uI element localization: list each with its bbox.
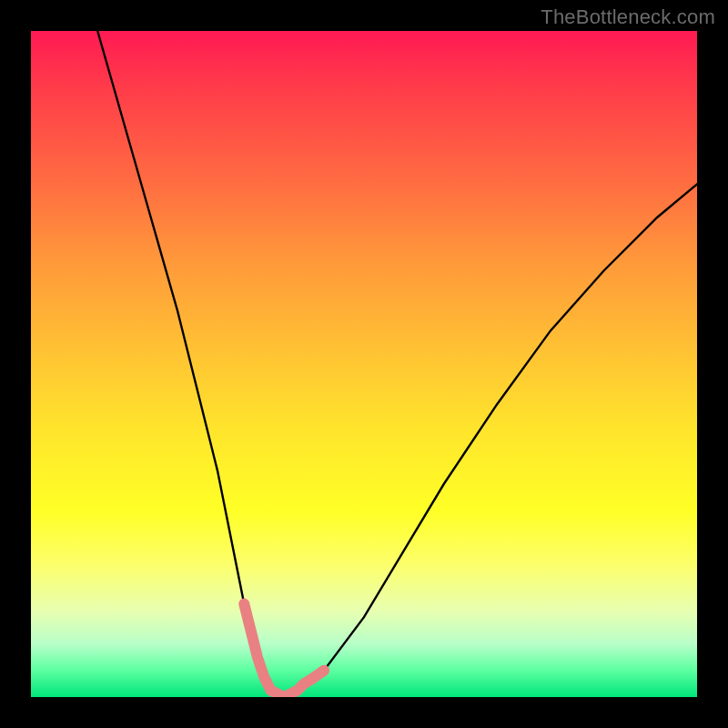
bottleneck-curve xyxy=(97,31,697,697)
plot-area xyxy=(31,31,697,697)
highlight-floor-right xyxy=(271,671,325,697)
chart-frame: TheBottleneck.com xyxy=(0,0,728,728)
curve-layer xyxy=(31,31,697,697)
highlight-left-knee xyxy=(244,604,270,691)
watermark-text: TheBottleneck.com xyxy=(541,5,715,29)
